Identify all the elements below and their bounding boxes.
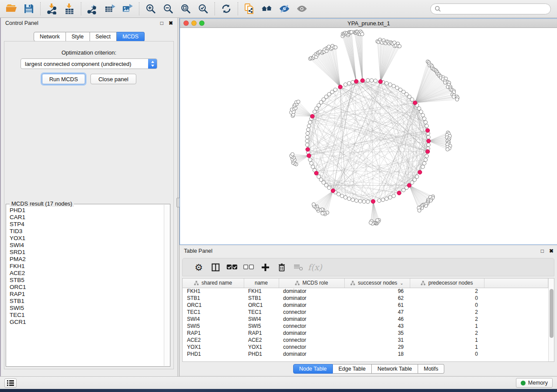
graph-node[interactable] [419, 110, 423, 113]
graph-node[interactable] [424, 158, 427, 162]
graph-node[interactable] [347, 197, 351, 200]
tab-network[interactable]: Network [34, 32, 66, 41]
column-header-predecessor-nodes[interactable]: predecessor nodes [410, 279, 484, 288]
table-cell[interactable]: STB1 [183, 295, 244, 302]
graph-node[interactable] [392, 194, 395, 198]
graph-node[interactable] [308, 158, 312, 162]
result-list-scrollbar[interactable] [164, 205, 170, 366]
open-file-icon[interactable] [3, 1, 20, 16]
tab-node-table[interactable]: Node Table [293, 364, 333, 374]
graph-node[interactable] [312, 203, 315, 206]
table-cell[interactable]: 2 [410, 316, 484, 323]
save-session-icon[interactable] [20, 1, 38, 16]
graph-hub-node[interactable] [413, 101, 417, 105]
table-cell[interactable] [484, 323, 548, 330]
graph-node[interactable] [417, 107, 421, 110]
graph-node[interactable] [306, 128, 310, 131]
table-row[interactable]: PHD1PHD1dominator180 [183, 351, 548, 358]
table-cell[interactable]: dominator [279, 316, 344, 323]
table-cell[interactable]: 96 [344, 288, 410, 295]
graph-node[interactable] [307, 124, 311, 127]
zoom-fit-icon[interactable] [177, 1, 194, 16]
criterion-select[interactable]: largest connected component (undirected) [21, 58, 157, 69]
graph-node[interactable] [370, 79, 374, 82]
table-cell[interactable]: 1 [410, 323, 484, 330]
graph-node[interactable] [418, 209, 421, 212]
graph-node[interactable] [402, 188, 405, 192]
column-header-name[interactable]: name [244, 279, 279, 288]
mcds-result-item[interactable]: SRD1 [10, 249, 164, 256]
mcds-result-item[interactable]: CAR1 [10, 214, 164, 221]
close-icon[interactable]: ✖ [169, 21, 173, 26]
column-header-MCDS-role[interactable]: MCDS role [279, 279, 344, 288]
refresh-network-icon[interactable] [218, 1, 235, 16]
graph-node[interactable] [321, 212, 324, 215]
table-cell[interactable]: 29 [344, 344, 410, 351]
search-input[interactable] [443, 6, 547, 12]
table-row[interactable]: TEC1TEC1connector472 [183, 309, 548, 316]
graph-node[interactable] [377, 199, 381, 202]
graph-hub-node[interactable] [307, 154, 311, 158]
window-close-icon[interactable] [183, 21, 189, 26]
table-cell[interactable]: 31 [344, 337, 410, 344]
memory-button[interactable]: Memory [516, 378, 553, 388]
table-cell[interactable]: 0 [410, 295, 484, 302]
table-cell[interactable]: PHD1 [244, 351, 279, 358]
graph-node[interactable] [344, 83, 347, 86]
graph-node[interactable] [306, 131, 309, 135]
table-cell[interactable]: TEC1 [244, 309, 279, 316]
table-cell[interactable]: ORC1 [244, 302, 279, 309]
table-cell[interactable]: SWI4 [183, 316, 244, 323]
import-table-icon[interactable] [61, 1, 78, 16]
table-cell[interactable]: YOX1 [183, 344, 244, 351]
graph-node[interactable] [313, 110, 316, 113]
graph-node[interactable] [427, 135, 430, 139]
table-cell[interactable]: ACE2 [183, 337, 244, 344]
graph-hub-node[interactable] [418, 170, 422, 174]
graph-hub-node[interactable] [378, 79, 382, 83]
table-cell[interactable]: connector [279, 323, 344, 330]
graph-node[interactable] [427, 143, 430, 147]
mcds-result-item[interactable]: PHD1 [10, 207, 164, 214]
mcds-result-item[interactable]: TEC1 [10, 312, 164, 319]
graph-hub-node[interactable] [426, 150, 429, 154]
table-cell[interactable] [484, 337, 548, 344]
zoom-selected-icon[interactable] [194, 1, 212, 16]
mcds-result-item[interactable]: ACE2 [10, 270, 164, 277]
graph-node[interactable] [317, 175, 320, 179]
table-cell[interactable]: 1 [410, 344, 484, 351]
graph-node[interactable] [334, 46, 337, 49]
graph-node[interactable] [305, 139, 309, 143]
table-cell[interactable] [484, 316, 548, 323]
tab-edge-table[interactable]: Edge Table [333, 364, 372, 374]
graph-node[interactable] [351, 80, 354, 84]
sort-menu-icon[interactable]: ⌄ [400, 281, 403, 285]
mcds-result-item[interactable]: PMA2 [10, 256, 164, 263]
network-canvas[interactable] [180, 28, 557, 244]
delete-column-icon[interactable] [273, 260, 290, 275]
zoom-out-icon[interactable] [159, 1, 177, 16]
graph-node[interactable] [385, 82, 388, 85]
mcds-result-item[interactable]: STP4 [10, 221, 164, 228]
graph-hub-node[interactable] [426, 128, 429, 132]
table-cell[interactable]: 18 [344, 351, 410, 358]
mcds-result-item[interactable]: STB5 [10, 277, 164, 284]
mcds-result-item[interactable]: SWI4 [10, 242, 164, 249]
import-network-icon[interactable] [43, 1, 61, 16]
graph-node[interactable] [315, 107, 318, 110]
export-image-icon[interactable] [119, 1, 136, 16]
mcds-result-item[interactable]: TID3 [10, 228, 164, 235]
table-row[interactable]: STB1STB1dominator620 [183, 295, 548, 302]
graph-hub-node[interactable] [371, 199, 375, 203]
table-cell[interactable]: dominator [279, 351, 344, 358]
graph-hub-node[interactable] [426, 139, 430, 143]
table-cell[interactable]: 0 [410, 351, 484, 358]
table-row[interactable]: FKH1FKH1dominator962 [183, 288, 548, 295]
table-row[interactable]: YOX1YOX1connector291 [183, 344, 548, 351]
select-all-checks-icon[interactable] [224, 260, 240, 275]
clear-checks-icon[interactable] [240, 260, 257, 275]
table-cell[interactable] [484, 309, 548, 316]
mcds-result-item[interactable]: YOX1 [10, 235, 164, 242]
table-cell[interactable]: connector [279, 344, 344, 351]
first-neighbors-icon[interactable] [258, 1, 276, 16]
